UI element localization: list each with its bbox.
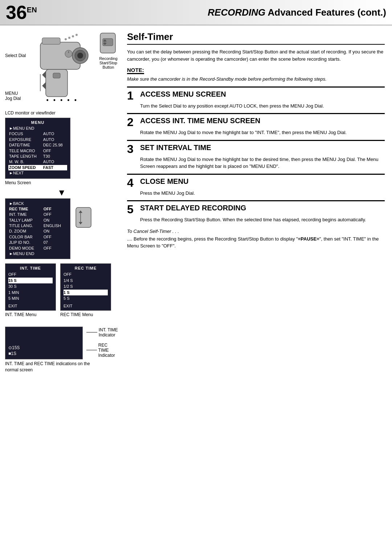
step-3-title: SET INTERVAL TIME xyxy=(140,143,211,152)
rec-time-5s: 5 S xyxy=(64,295,108,302)
svg-marker-13 xyxy=(42,71,46,78)
rec-time-off: OFF xyxy=(64,271,108,278)
page-header: 36EN RECORDING Advanced Features (cont.) xyxy=(0,0,392,25)
lcd-label: LCD monitor or viewfinder xyxy=(5,110,118,116)
note-text: Make sure the camcorder is in the Record… xyxy=(127,76,385,83)
right-column: Self-Timer You can set the delay between… xyxy=(123,25,392,379)
recording-button-icon xyxy=(98,31,118,55)
step-5-title: START DELAYED RECORDING xyxy=(140,203,246,212)
camcorder-illustration xyxy=(33,31,91,104)
step-5-body: Press the Recording Start/Stop Button. W… xyxy=(140,216,385,223)
step-3: 3 SET INTERVAL TIME Rotate the MENU Jog … xyxy=(127,140,385,171)
svg-point-6 xyxy=(68,37,70,39)
int-time-5min: 5 MIN xyxy=(8,295,53,302)
cam-right-section: Recording Start/Stop Button xyxy=(98,31,118,69)
step-4-body: Press the MENU Jog Dial. xyxy=(140,190,385,197)
menu-row: EXPOSUREAUTO xyxy=(8,137,67,142)
header-title-rest: Advanced Features (cont.) xyxy=(268,7,386,18)
menu-row: COLOR BAROFF xyxy=(8,234,67,240)
menu-row: D. ZOOMON xyxy=(8,229,67,234)
step-3-number: 3 xyxy=(127,143,137,155)
self-timer-title: Self-Timer xyxy=(127,31,385,45)
step-2: 2 ACCESS INT. TIME MENU SCREEN Rotate th… xyxy=(127,113,385,138)
svg-marker-14 xyxy=(42,82,46,89)
camcorder-section: Select Dial MENU Jog Dial xyxy=(5,31,118,108)
menu-row: TALLY LAMPON xyxy=(8,218,67,223)
rec-time-exit: EXIT xyxy=(64,304,108,308)
step-4: 4 CLOSE MENU Press the MENU Jog Dial. xyxy=(127,174,385,198)
recording-button-label: Recording Start/Stop Button xyxy=(99,56,117,69)
menu-row: FOCUSAUTO xyxy=(8,131,67,137)
step-2-body: Rotate the MENU Jog Dial to move the hig… xyxy=(140,129,385,136)
int-time-label: INT. TIME Menu xyxy=(5,312,56,317)
svg-point-3 xyxy=(77,53,83,58)
step-4-title: CLOSE MENU xyxy=(140,177,188,186)
page-number: 36EN xyxy=(6,1,37,23)
step-1-body: Turn the Select Dial to any position exc… xyxy=(140,102,385,110)
menu-row: INT. TIMEOFF xyxy=(8,212,67,217)
menu-row: ►BACK xyxy=(8,201,67,206)
intro-text: You can set the delay between pressing t… xyxy=(127,48,385,62)
normal-screen-row: ⊙15S ■1S INT. TIME Indicator xyxy=(5,324,118,359)
menu-jog-line2: Jog Dial xyxy=(5,96,26,101)
rec-time-label: REC TIME Menu xyxy=(60,312,111,317)
step-2-title: ACCESS INT. TIME MENU SCREEN xyxy=(140,116,260,125)
time-menus-row: INT. TIME OFF 15 S 30 S 1 MIN 5 MIN EXIT… xyxy=(5,263,118,320)
svg-rect-12 xyxy=(53,73,60,78)
int-time-exit: EXIT xyxy=(8,304,53,308)
note-title: NOTE: xyxy=(127,67,144,74)
svg-rect-21 xyxy=(76,207,91,227)
step-3-header: 3 SET INTERVAL TIME xyxy=(127,143,385,155)
normal-screen-box: ⊙15S ■1S xyxy=(5,327,83,359)
select-dial-label: Select Dial xyxy=(5,53,26,58)
menu-table-2: ►BACK REC TIMEOFF INT. TIMEOFF TALLY LAM… xyxy=(8,201,67,257)
svg-point-8 xyxy=(75,34,78,36)
menu-screen-1: MENU ►MENU END FOCUSAUTO EXPOSUREAUTO DA… xyxy=(5,118,70,179)
header-title-italic: RECORDING xyxy=(208,7,265,18)
svg-rect-4 xyxy=(42,38,60,44)
page-number-suffix: EN xyxy=(27,6,37,14)
page-number-value: 36 xyxy=(6,2,27,23)
step-1-number: 1 xyxy=(127,90,137,101)
menu-screen-2-row: ►BACK REC TIMEOFF INT. TIMEOFF TALLY LAM… xyxy=(5,198,118,261)
step-5: 5 START DELAYED RECORDING Press the Reco… xyxy=(127,200,385,225)
bottom-caption: INT. TIME and REC TIME indications on th… xyxy=(5,361,118,373)
menu-row: ►MENU END xyxy=(8,251,67,257)
header-title: RECORDING Advanced Features (cont.) xyxy=(208,7,386,18)
rec-line3: Button xyxy=(99,65,117,69)
menu-screen-title: MENU xyxy=(8,120,67,125)
svg-point-7 xyxy=(72,35,74,37)
int-time-menu: INT. TIME OFF 15 S 30 S 1 MIN 5 MIN EXIT xyxy=(5,263,56,311)
step-5-number: 5 xyxy=(127,203,137,215)
step-5-header: 5 START DELAYED RECORDING xyxy=(127,203,385,215)
menu-row: REC TIMEOFF xyxy=(8,206,67,212)
int-time-off: OFF xyxy=(8,271,53,278)
int-time-1min: 1 MIN xyxy=(8,290,53,296)
rec-line2: Start/Stop xyxy=(99,61,117,65)
rec-time-indicator-label: REC TIME Indicator xyxy=(98,343,118,358)
menu-row-highlight: ZOOM SPEEDFAST xyxy=(8,165,67,170)
int-time-30s: 30 S xyxy=(8,283,53,290)
step-4-number: 4 xyxy=(127,177,137,189)
indicator2-text: ■1S xyxy=(8,351,16,356)
step-2-number: 2 xyxy=(127,116,137,128)
note-section: NOTE: Make sure the camcorder is in the … xyxy=(127,67,385,83)
rec-time-12s: 1/2 S xyxy=(64,283,108,290)
rec-time-indicator-row: REC TIME Indicator xyxy=(86,343,118,358)
menu-table-1: ►MENU END FOCUSAUTO EXPOSUREAUTO DATE/TI… xyxy=(8,126,67,176)
menu-row: M. W. B.AUTO xyxy=(8,159,67,165)
normal-screen-section: ⊙15S ■1S INT. TIME Indicator xyxy=(5,324,118,373)
cancel-text: .... Before the recording begins, press … xyxy=(127,235,385,250)
step-4-header: 4 CLOSE MENU xyxy=(127,177,385,189)
indicator-line-1 xyxy=(86,332,97,332)
int-time-indicator-label: INT. TIME Indicator xyxy=(99,327,118,338)
menu-row: DATE/TIMEDEC 25.98 xyxy=(8,142,67,148)
jog-dial-icon-2 xyxy=(74,206,94,229)
cancel-title: To Cancel Self-Timer . . . xyxy=(127,229,385,234)
svg-point-5 xyxy=(65,38,67,40)
select-dial-text: Select Dial xyxy=(5,53,26,58)
int-time-indicator-row: INT. TIME Indicator xyxy=(86,327,118,338)
main-content: Select Dial MENU Jog Dial xyxy=(0,25,392,379)
step-2-header: 2 ACCESS INT. TIME MENU SCREEN xyxy=(127,116,385,128)
left-column: Select Dial MENU Jog Dial xyxy=(0,25,123,379)
